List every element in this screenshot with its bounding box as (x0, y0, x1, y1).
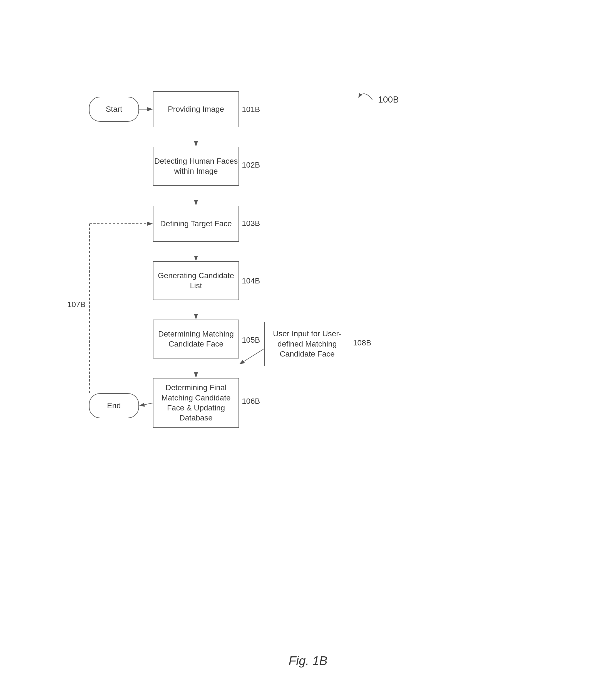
ref-105b: 105B (242, 336, 260, 344)
ref-100b-arrow (356, 83, 383, 106)
box104-label: Generating Candidate List (153, 271, 239, 291)
ref-101b: 101B (242, 105, 260, 114)
ref-107b: 107B (67, 300, 85, 309)
figure-label: Fig. 1B (289, 654, 327, 668)
box101-label: Providing Image (168, 104, 224, 114)
diagram-container: Start Providing Image 101B Detecting Hum… (72, 72, 517, 600)
box-108b: User Input for User-defined Matching Can… (264, 322, 350, 366)
box-101b: Providing Image (153, 91, 239, 127)
svg-line-6 (139, 403, 153, 406)
ref-106b: 106B (242, 397, 260, 406)
svg-line-7 (240, 349, 264, 364)
box-106b: Determining Final Matching Candidate Fac… (153, 378, 239, 428)
ref-104b: 104B (242, 276, 260, 285)
box102-label: Detecting Human Faces within Image (153, 156, 239, 176)
start-box: Start (89, 97, 139, 122)
box-104b: Generating Candidate List (153, 261, 239, 300)
box105-label: Determining Matching Candidate Face (153, 329, 239, 349)
box-102b: Detecting Human Faces within Image (153, 147, 239, 186)
end-box: End (89, 393, 139, 418)
ref-103b: 103B (242, 219, 260, 228)
box-105b: Determining Matching Candidate Face (153, 319, 239, 358)
ref-102b: 102B (242, 161, 260, 170)
end-label: End (107, 401, 121, 411)
ref-108b: 108B (353, 338, 371, 347)
box108-label: User Input for User-defined Matching Can… (265, 329, 350, 359)
box106-label: Determining Final Matching Candidate Fac… (153, 383, 239, 423)
box-103b: Defining Target Face (153, 206, 239, 242)
start-label: Start (106, 104, 122, 114)
box103-label: Defining Target Face (160, 219, 232, 229)
